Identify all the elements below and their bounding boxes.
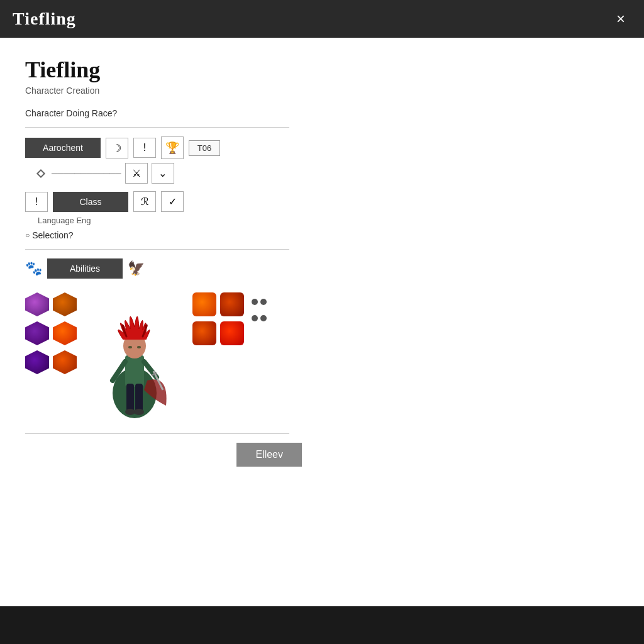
ability-gems-left [25, 292, 77, 374]
dot-1 [252, 299, 258, 305]
character-image-area [84, 292, 185, 418]
right-gem-row-1 [192, 292, 244, 316]
window-wrapper: Tiefling × Tiefling Character Creation C… [0, 0, 644, 644]
gem-fire-1[interactable] [53, 321, 77, 345]
action-button[interactable]: Elleev [236, 443, 302, 467]
gem-purple-1[interactable] [25, 292, 49, 316]
page-title: Tiefling [25, 57, 619, 83]
gem-purple-3[interactable] [25, 350, 49, 374]
circle-icon: ○ [25, 231, 30, 240]
abilities-wing-icon: 🦅 [128, 260, 145, 277]
title-bar-title: Tiefling [13, 9, 76, 29]
sub-race-text: ──────────── [52, 169, 121, 178]
dots-column [252, 292, 267, 321]
sub-race-row: ──────────── ⚔ ⌄ [25, 163, 619, 184]
svg-point-10 [134, 409, 144, 415]
gem-fire-right-3[interactable] [192, 321, 216, 345]
cup-icon: 🏆 [165, 141, 179, 155]
diamond-icon [36, 169, 45, 177]
achievement-button[interactable]: Aarochent [25, 138, 101, 158]
gem-row-1 [25, 292, 77, 316]
abilities-section: 🐾 Abilities 🦅 [25, 258, 619, 279]
gem-row-3 [25, 350, 77, 374]
class-row: ! Class ℛ ✓ [25, 191, 619, 212]
divider-1 [25, 127, 289, 128]
class-chevron-button[interactable]: ✓ [161, 191, 184, 212]
exclaim-icon-button[interactable]: ! [133, 138, 156, 158]
svg-point-9 [125, 409, 135, 415]
dot-pair-2 [252, 315, 267, 321]
dot-3 [252, 315, 258, 321]
gem-purple-2[interactable] [25, 321, 49, 345]
right-gem-row-2 [192, 321, 244, 345]
character-display [25, 286, 619, 425]
ability-gems-right [192, 292, 244, 345]
action-area: Elleev [25, 443, 302, 467]
svg-rect-7 [126, 384, 134, 412]
gem-fire-right-2[interactable] [220, 292, 244, 316]
divider-2 [25, 249, 289, 250]
gem-fire-right-4[interactable] [220, 321, 244, 345]
gem-fire-right-1[interactable] [192, 292, 216, 316]
abilities-button[interactable]: Abilities [47, 258, 123, 279]
title-bar: Tiefling × [0, 0, 644, 38]
tag-value: T06 [189, 140, 220, 156]
dot-4 [260, 315, 267, 321]
dot-2 [260, 299, 267, 305]
divider-3 [25, 433, 289, 434]
bottom-bar [0, 606, 644, 644]
class-symbol-icon: ℛ [141, 196, 149, 207]
gem-row-2 [25, 321, 77, 345]
subtitle: Character Creation [25, 86, 619, 96]
chevron-down-button[interactable]: ⌄ [152, 163, 174, 184]
shield-button[interactable]: ⚔ [125, 163, 148, 184]
close-button[interactable]: × [610, 8, 631, 30]
class-button[interactable]: Class [53, 192, 128, 212]
moon-icon-button[interactable]: ☽ [106, 138, 128, 158]
svg-rect-8 [135, 384, 143, 412]
race-row: Aarochent ☽ ! 🏆 T06 [25, 136, 619, 159]
selection-question: ○ Selection? [25, 230, 619, 240]
abilities-creature-icon: 🐾 [25, 260, 42, 277]
gem-orange-1[interactable] [53, 292, 77, 316]
language-row: Language Eng [25, 216, 619, 225]
character-svg [94, 292, 175, 418]
gem-orange-2[interactable] [53, 350, 77, 374]
race-question: Character Doing Race? [25, 108, 619, 118]
race-group: Aarochent ☽ ! 🏆 T06 ──────────── ⚔ ⌄ [25, 136, 619, 184]
class-group: ! Class ℛ ✓ Language Eng ○ Selection? [25, 191, 619, 240]
language-label: Language Eng [38, 216, 91, 225]
svg-point-4 [137, 346, 141, 348]
class-exclaim-button[interactable]: ! [25, 192, 48, 212]
class-symbol-button[interactable]: ℛ [133, 191, 156, 212]
content-area: Tiefling Character Creation Character Do… [0, 38, 644, 606]
svg-point-3 [128, 346, 132, 348]
svg-rect-1 [125, 355, 144, 387]
dot-pair-1 [252, 299, 267, 305]
cup-icon-box[interactable]: 🏆 [161, 136, 184, 159]
